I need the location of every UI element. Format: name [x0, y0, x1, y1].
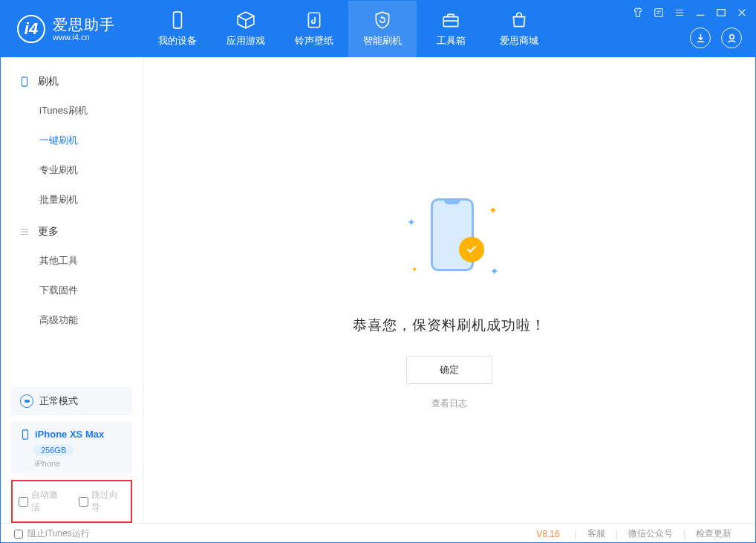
storage-badge: 256GB — [33, 444, 74, 456]
phone-icon — [168, 10, 187, 30]
user-icon[interactable] — [721, 27, 742, 48]
feedback-icon[interactable] — [653, 7, 665, 19]
success-title: 恭喜您，保资料刷机成功啦！ — [353, 316, 546, 335]
footer-link-support[interactable]: 客服 — [577, 527, 616, 540]
shield-refresh-icon — [373, 10, 392, 30]
nav-label: 我的设备 — [158, 34, 197, 48]
nav-label: 工具箱 — [437, 34, 466, 48]
menu-icon[interactable] — [674, 7, 685, 19]
sidebar-header-flash[interactable]: 刷机 — [1, 68, 143, 96]
device-type: iPhone — [35, 459, 123, 468]
sidebar-item-advanced[interactable]: 高级功能 — [1, 305, 143, 335]
sidebar-item-batch-flash[interactable]: 批量刷机 — [1, 185, 143, 215]
nav-tabs: 我的设备 应用游戏 铃声壁纸 智能刷机 工具箱 爱思商城 — [143, 1, 553, 57]
flash-result-area: ✦ ✦ ✦ ✦ 恭喜您，保资料刷机成功啦！ 确定 查看日志 — [353, 191, 546, 410]
note-doc-icon — [304, 10, 324, 30]
footer-link-wechat[interactable]: 微信公众号 — [618, 527, 683, 540]
svg-rect-0 — [174, 12, 182, 28]
confirm-button[interactable]: 确定 — [406, 356, 492, 384]
checkmark-badge-icon — [459, 237, 484, 262]
sidebar-group-flash: 刷机 iTunes刷机 一键刷机 专业刷机 批量刷机 — [1, 68, 143, 215]
maximize-icon[interactable] — [715, 7, 727, 19]
skin-icon[interactable] — [632, 7, 644, 19]
nav-tab-shop[interactable]: 爱思商城 — [485, 1, 553, 57]
device-mode-box[interactable]: 正常模式 — [11, 387, 132, 415]
sidebar-item-download-firmware[interactable]: 下载固件 — [1, 276, 143, 305]
list-icon — [19, 226, 30, 238]
block-itunes-checkbox[interactable]: 阻止iTunes运行 — [14, 527, 90, 540]
svg-point-5 — [729, 34, 734, 39]
cube-icon — [236, 10, 255, 30]
nav-tab-device[interactable]: 我的设备 — [143, 1, 212, 57]
toolbox-icon — [441, 10, 460, 30]
sidebar-header-more[interactable]: 更多 — [1, 218, 143, 246]
sidebar-group-more: 更多 其他工具 下载固件 高级功能 — [1, 218, 143, 335]
app-logo: i4 爱思助手 www.i4.cn — [1, 15, 143, 43]
status-bar: 阻止iTunes运行 V8.16 | 客服 | 微信公众号 | 检查更新 — [1, 523, 755, 543]
svg-rect-2 — [443, 17, 458, 27]
nav-tab-toolbox[interactable]: 工具箱 — [417, 1, 485, 57]
flash-options-highlighted: 自动激活 跳过向导 — [11, 480, 132, 523]
sidebar-item-itunes-flash[interactable]: iTunes刷机 — [1, 96, 143, 126]
sparkle-icon: ✦ — [411, 265, 417, 273]
sidebar: 刷机 iTunes刷机 一键刷机 专业刷机 批量刷机 更多 其他工具 下载固件 … — [1, 57, 143, 523]
download-icon[interactable] — [690, 27, 711, 48]
view-log-link[interactable]: 查看日志 — [431, 397, 467, 410]
app-name-en: www.i4.cn — [53, 33, 115, 42]
sidebar-title: 刷机 — [38, 75, 59, 88]
sidebar-item-pro-flash[interactable]: 专业刷机 — [1, 155, 143, 185]
success-illustration: ✦ ✦ ✦ ✦ — [401, 191, 498, 295]
sparkle-icon: ✦ — [490, 265, 499, 277]
logo-icon: i4 — [17, 15, 45, 43]
app-header: i4 爱思助手 www.i4.cn 我的设备 应用游戏 铃声壁纸 智能刷机 工具… — [1, 1, 755, 57]
footer-link-update[interactable]: 检查更新 — [685, 527, 742, 540]
window-controls — [632, 7, 748, 19]
mode-icon — [20, 394, 33, 408]
version-label: V8.16 — [536, 529, 559, 539]
svg-rect-3 — [655, 9, 663, 17]
auto-activate-checkbox[interactable]: 自动激活 — [19, 489, 65, 514]
nav-tab-apps[interactable]: 应用游戏 — [212, 1, 280, 57]
bag-icon — [509, 10, 529, 30]
sidebar-item-other-tools[interactable]: 其他工具 — [1, 246, 143, 276]
sparkle-icon: ✦ — [407, 216, 416, 228]
nav-label: 智能刷机 — [363, 34, 402, 48]
nav-tab-ringtone[interactable]: 铃声壁纸 — [280, 1, 348, 57]
sidebar-item-oneclick-flash[interactable]: 一键刷机 — [1, 126, 143, 155]
nav-label: 应用游戏 — [227, 34, 265, 48]
nav-tab-flash[interactable]: 智能刷机 — [348, 1, 417, 57]
app-name-cn: 爱思助手 — [53, 16, 115, 33]
phone-outline-icon — [19, 76, 30, 88]
mode-label: 正常模式 — [39, 394, 78, 408]
close-icon[interactable] — [736, 7, 748, 19]
svg-rect-4 — [717, 10, 726, 16]
device-name: iPhone XS Max — [20, 429, 123, 440]
svg-rect-6 — [22, 77, 27, 86]
minimize-icon[interactable] — [694, 7, 706, 19]
sparkle-icon: ✦ — [489, 204, 498, 216]
nav-label: 爱思商城 — [500, 34, 538, 48]
skip-guide-checkbox[interactable]: 跳过向导 — [79, 489, 126, 514]
nav-label: 铃声壁纸 — [295, 34, 333, 48]
svg-rect-7 — [23, 429, 28, 438]
device-phone-icon — [20, 429, 30, 440]
svg-rect-1 — [308, 13, 319, 27]
sidebar-title: 更多 — [38, 225, 59, 238]
header-action-icons — [690, 27, 742, 48]
main-content: ✦ ✦ ✦ ✦ 恭喜您，保资料刷机成功啦！ 确定 查看日志 — [143, 57, 755, 523]
device-info-box[interactable]: iPhone XS Max 256GB iPhone — [11, 421, 132, 474]
